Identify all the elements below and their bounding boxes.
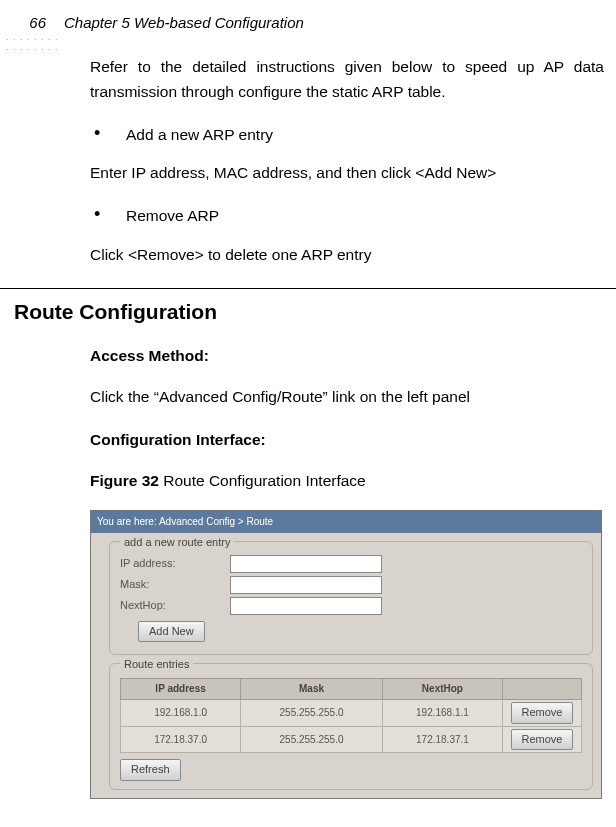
col-nexthop: NextHop bbox=[382, 679, 502, 700]
add-route-legend: add a new route entry bbox=[120, 534, 234, 552]
refresh-button[interactable]: Refresh bbox=[120, 759, 181, 781]
mask-input[interactable] bbox=[230, 576, 382, 594]
nexthop-label: NextHop: bbox=[120, 597, 230, 615]
bullet-dot: • bbox=[90, 204, 126, 226]
col-mask: Mask bbox=[241, 679, 383, 700]
remove-button[interactable]: Remove bbox=[511, 729, 574, 751]
decorative-dots: · · · · · · · ·· · · · · · · · bbox=[6, 34, 59, 54]
route-entries-legend: Route entries bbox=[120, 656, 193, 674]
bullet-1: Add a new ARP entry bbox=[126, 123, 604, 148]
bullet-dot: • bbox=[90, 123, 126, 145]
page-number: 66 bbox=[14, 14, 64, 31]
intro-paragraph: Refer to the detailed instructions given… bbox=[90, 55, 604, 105]
bullet-2: Remove ARP bbox=[126, 204, 604, 229]
route-table: IP address Mask NextHop 192.168.1.0 255.… bbox=[120, 678, 582, 753]
route-entries-fieldset: Route entries IP address Mask NextHop 19… bbox=[109, 663, 593, 790]
table-row: 172.18.37.0 255.255.255.0 172.18.37.1 Re… bbox=[121, 726, 582, 753]
chapter-title: Chapter 5 Web-based Configuration bbox=[64, 14, 304, 31]
remove-button[interactable]: Remove bbox=[511, 702, 574, 724]
nexthop-input[interactable] bbox=[230, 597, 382, 615]
access-method-text: Click the “Advanced Config/Route” link o… bbox=[90, 385, 604, 410]
config-interface-label: Configuration Interface: bbox=[90, 428, 604, 453]
access-method-label: Access Method: bbox=[90, 344, 604, 369]
line-1: Enter IP address, MAC address, and then … bbox=[90, 161, 604, 186]
col-ip: IP address bbox=[121, 679, 241, 700]
section-title: Route Configuration bbox=[14, 295, 604, 329]
section-rule bbox=[0, 288, 616, 289]
add-new-button[interactable]: Add New bbox=[138, 621, 205, 643]
add-route-fieldset: add a new route entry IP address: Mask: … bbox=[109, 541, 593, 656]
breadcrumb: You are here: Advanced Config > Route bbox=[91, 511, 601, 533]
line-2: Click <Remove> to delete one ARP entry bbox=[90, 243, 604, 268]
ip-label: IP address: bbox=[120, 555, 230, 573]
mask-label: Mask: bbox=[120, 576, 230, 594]
col-action bbox=[503, 679, 582, 700]
table-row: 192.168.1.0 255.255.255.0 192.168.1.1 Re… bbox=[121, 700, 582, 727]
ip-input[interactable] bbox=[230, 555, 382, 573]
route-config-screenshot: You are here: Advanced Config > Route ad… bbox=[90, 510, 602, 799]
figure-caption: Figure 32 Route Configuration Interface bbox=[90, 469, 604, 494]
